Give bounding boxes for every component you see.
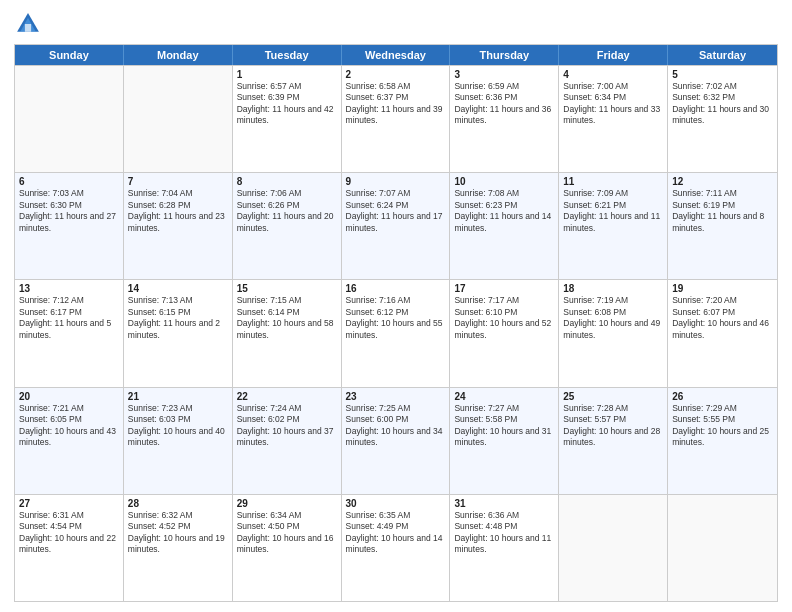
cell-info: Sunrise: 7:29 AMSunset: 5:55 PMDaylight:… [672, 403, 773, 449]
calendar-cell: 21Sunrise: 7:23 AMSunset: 6:03 PMDayligh… [124, 388, 233, 494]
day-number: 26 [672, 391, 773, 402]
day-number: 16 [346, 283, 446, 294]
day-number: 18 [563, 283, 663, 294]
cell-info: Sunrise: 6:35 AMSunset: 4:49 PMDaylight:… [346, 510, 446, 556]
day-number: 28 [128, 498, 228, 509]
cell-info: Sunrise: 6:57 AMSunset: 6:39 PMDaylight:… [237, 81, 337, 127]
day-number: 8 [237, 176, 337, 187]
day-number: 11 [563, 176, 663, 187]
calendar-row-1: 6Sunrise: 7:03 AMSunset: 6:30 PMDaylight… [15, 172, 777, 279]
calendar-cell: 29Sunrise: 6:34 AMSunset: 4:50 PMDayligh… [233, 495, 342, 601]
day-number: 17 [454, 283, 554, 294]
cell-info: Sunrise: 7:25 AMSunset: 6:00 PMDaylight:… [346, 403, 446, 449]
calendar-cell: 4Sunrise: 7:00 AMSunset: 6:34 PMDaylight… [559, 66, 668, 172]
cell-info: Sunrise: 6:34 AMSunset: 4:50 PMDaylight:… [237, 510, 337, 556]
cell-info: Sunrise: 7:06 AMSunset: 6:26 PMDaylight:… [237, 188, 337, 234]
calendar-cell: 11Sunrise: 7:09 AMSunset: 6:21 PMDayligh… [559, 173, 668, 279]
day-number: 21 [128, 391, 228, 402]
calendar-cell: 3Sunrise: 6:59 AMSunset: 6:36 PMDaylight… [450, 66, 559, 172]
cell-info: Sunrise: 7:17 AMSunset: 6:10 PMDaylight:… [454, 295, 554, 341]
day-number: 10 [454, 176, 554, 187]
day-number: 12 [672, 176, 773, 187]
cell-info: Sunrise: 6:59 AMSunset: 6:36 PMDaylight:… [454, 81, 554, 127]
calendar-header-saturday: Saturday [668, 45, 777, 65]
cell-info: Sunrise: 7:20 AMSunset: 6:07 PMDaylight:… [672, 295, 773, 341]
cell-info: Sunrise: 7:07 AMSunset: 6:24 PMDaylight:… [346, 188, 446, 234]
calendar-header-monday: Monday [124, 45, 233, 65]
day-number: 19 [672, 283, 773, 294]
cell-info: Sunrise: 7:19 AMSunset: 6:08 PMDaylight:… [563, 295, 663, 341]
calendar-cell: 1Sunrise: 6:57 AMSunset: 6:39 PMDaylight… [233, 66, 342, 172]
cell-info: Sunrise: 6:36 AMSunset: 4:48 PMDaylight:… [454, 510, 554, 556]
calendar-cell: 2Sunrise: 6:58 AMSunset: 6:37 PMDaylight… [342, 66, 451, 172]
calendar-cell [15, 66, 124, 172]
calendar-row-0: 1Sunrise: 6:57 AMSunset: 6:39 PMDaylight… [15, 65, 777, 172]
cell-info: Sunrise: 7:23 AMSunset: 6:03 PMDaylight:… [128, 403, 228, 449]
day-number: 4 [563, 69, 663, 80]
cell-info: Sunrise: 7:13 AMSunset: 6:15 PMDaylight:… [128, 295, 228, 341]
calendar-cell: 27Sunrise: 6:31 AMSunset: 4:54 PMDayligh… [15, 495, 124, 601]
cell-info: Sunrise: 7:15 AMSunset: 6:14 PMDaylight:… [237, 295, 337, 341]
calendar-cell: 8Sunrise: 7:06 AMSunset: 6:26 PMDaylight… [233, 173, 342, 279]
calendar-cell: 9Sunrise: 7:07 AMSunset: 6:24 PMDaylight… [342, 173, 451, 279]
day-number: 20 [19, 391, 119, 402]
calendar-cell [124, 66, 233, 172]
cell-info: Sunrise: 7:16 AMSunset: 6:12 PMDaylight:… [346, 295, 446, 341]
day-number: 13 [19, 283, 119, 294]
calendar: SundayMondayTuesdayWednesdayThursdayFrid… [14, 44, 778, 602]
calendar-header-wednesday: Wednesday [342, 45, 451, 65]
calendar-header-tuesday: Tuesday [233, 45, 342, 65]
calendar-cell: 24Sunrise: 7:27 AMSunset: 5:58 PMDayligh… [450, 388, 559, 494]
calendar-body: 1Sunrise: 6:57 AMSunset: 6:39 PMDaylight… [15, 65, 777, 601]
calendar-header-thursday: Thursday [450, 45, 559, 65]
calendar-row-4: 27Sunrise: 6:31 AMSunset: 4:54 PMDayligh… [15, 494, 777, 601]
cell-info: Sunrise: 7:24 AMSunset: 6:02 PMDaylight:… [237, 403, 337, 449]
day-number: 15 [237, 283, 337, 294]
day-number: 25 [563, 391, 663, 402]
cell-info: Sunrise: 7:00 AMSunset: 6:34 PMDaylight:… [563, 81, 663, 127]
day-number: 2 [346, 69, 446, 80]
calendar-cell [668, 495, 777, 601]
svg-rect-2 [25, 24, 31, 32]
day-number: 29 [237, 498, 337, 509]
cell-info: Sunrise: 7:27 AMSunset: 5:58 PMDaylight:… [454, 403, 554, 449]
calendar-cell [559, 495, 668, 601]
calendar-cell: 18Sunrise: 7:19 AMSunset: 6:08 PMDayligh… [559, 280, 668, 386]
calendar-cell: 30Sunrise: 6:35 AMSunset: 4:49 PMDayligh… [342, 495, 451, 601]
day-number: 30 [346, 498, 446, 509]
calendar-cell: 13Sunrise: 7:12 AMSunset: 6:17 PMDayligh… [15, 280, 124, 386]
cell-info: Sunrise: 7:02 AMSunset: 6:32 PMDaylight:… [672, 81, 773, 127]
calendar-row-3: 20Sunrise: 7:21 AMSunset: 6:05 PMDayligh… [15, 387, 777, 494]
calendar-cell: 25Sunrise: 7:28 AMSunset: 5:57 PMDayligh… [559, 388, 668, 494]
calendar-cell: 15Sunrise: 7:15 AMSunset: 6:14 PMDayligh… [233, 280, 342, 386]
day-number: 5 [672, 69, 773, 80]
logo-icon [14, 10, 42, 38]
calendar-cell: 16Sunrise: 7:16 AMSunset: 6:12 PMDayligh… [342, 280, 451, 386]
calendar-header-friday: Friday [559, 45, 668, 65]
calendar-cell: 31Sunrise: 6:36 AMSunset: 4:48 PMDayligh… [450, 495, 559, 601]
calendar-row-2: 13Sunrise: 7:12 AMSunset: 6:17 PMDayligh… [15, 279, 777, 386]
day-number: 22 [237, 391, 337, 402]
calendar-cell: 28Sunrise: 6:32 AMSunset: 4:52 PMDayligh… [124, 495, 233, 601]
calendar-cell: 23Sunrise: 7:25 AMSunset: 6:00 PMDayligh… [342, 388, 451, 494]
calendar-header-sunday: Sunday [15, 45, 124, 65]
day-number: 27 [19, 498, 119, 509]
cell-info: Sunrise: 6:31 AMSunset: 4:54 PMDaylight:… [19, 510, 119, 556]
day-number: 14 [128, 283, 228, 294]
logo [14, 10, 44, 38]
cell-info: Sunrise: 7:04 AMSunset: 6:28 PMDaylight:… [128, 188, 228, 234]
cell-info: Sunrise: 6:58 AMSunset: 6:37 PMDaylight:… [346, 81, 446, 127]
cell-info: Sunrise: 7:12 AMSunset: 6:17 PMDaylight:… [19, 295, 119, 341]
day-number: 24 [454, 391, 554, 402]
cell-info: Sunrise: 7:08 AMSunset: 6:23 PMDaylight:… [454, 188, 554, 234]
day-number: 3 [454, 69, 554, 80]
day-number: 1 [237, 69, 337, 80]
calendar-cell: 20Sunrise: 7:21 AMSunset: 6:05 PMDayligh… [15, 388, 124, 494]
calendar-cell: 26Sunrise: 7:29 AMSunset: 5:55 PMDayligh… [668, 388, 777, 494]
calendar-header: SundayMondayTuesdayWednesdayThursdayFrid… [15, 45, 777, 65]
cell-info: Sunrise: 7:03 AMSunset: 6:30 PMDaylight:… [19, 188, 119, 234]
calendar-cell: 22Sunrise: 7:24 AMSunset: 6:02 PMDayligh… [233, 388, 342, 494]
page: SundayMondayTuesdayWednesdayThursdayFrid… [0, 0, 792, 612]
day-number: 23 [346, 391, 446, 402]
header [14, 10, 778, 38]
